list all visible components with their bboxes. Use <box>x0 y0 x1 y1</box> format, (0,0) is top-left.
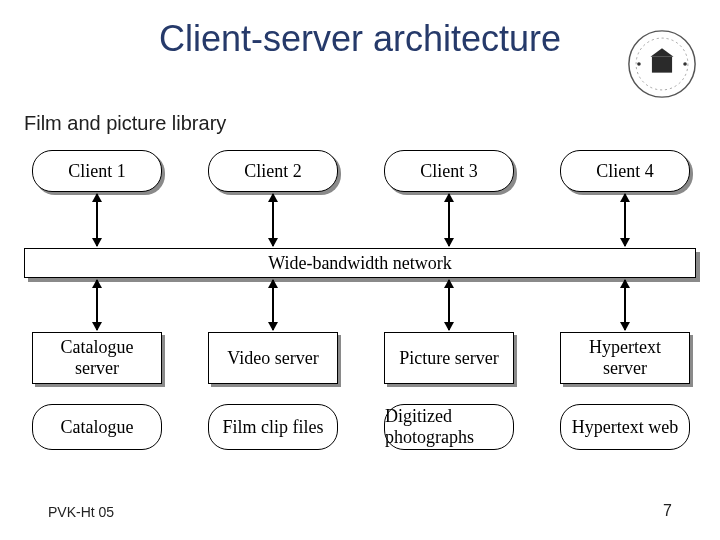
client-node: Client 3 <box>384 150 514 192</box>
datastore-node: Digitized photographs <box>384 404 514 450</box>
diagram-area: Client 1 Client 2 Client 3 Client 4 Wide… <box>24 150 696 480</box>
slide-subtitle: Film and picture library <box>24 112 226 135</box>
datastore-node: Film clip files <box>208 404 338 450</box>
server-node: Catalogue server <box>32 332 162 384</box>
svg-point-4 <box>637 62 641 66</box>
client-node: Client 1 <box>32 150 162 192</box>
bidirectional-arrow-icon <box>96 194 98 246</box>
server-node: Picture server <box>384 332 514 384</box>
datastore-node: Hypertext web <box>560 404 690 450</box>
bidirectional-arrow-icon <box>272 194 274 246</box>
bidirectional-arrow-icon <box>272 280 274 330</box>
bidirectional-arrow-icon <box>624 194 626 246</box>
datastore-node: Catalogue <box>32 404 162 450</box>
bidirectional-arrow-icon <box>448 194 450 246</box>
server-node: Hypertext server <box>560 332 690 384</box>
svg-rect-2 <box>652 57 672 73</box>
slide-title: Client-server architecture <box>0 18 720 60</box>
client-node: Client 2 <box>208 150 338 192</box>
bidirectional-arrow-icon <box>96 280 98 330</box>
svg-point-5 <box>683 62 687 66</box>
client-node: Client 4 <box>560 150 690 192</box>
network-bar: Wide-bandwidth network <box>24 248 696 278</box>
server-node: Video server <box>208 332 338 384</box>
page-number: 7 <box>663 502 672 520</box>
bidirectional-arrow-icon <box>624 280 626 330</box>
university-seal-logo <box>626 28 698 100</box>
bidirectional-arrow-icon <box>448 280 450 330</box>
footer-code: PVK-Ht 05 <box>48 504 114 520</box>
